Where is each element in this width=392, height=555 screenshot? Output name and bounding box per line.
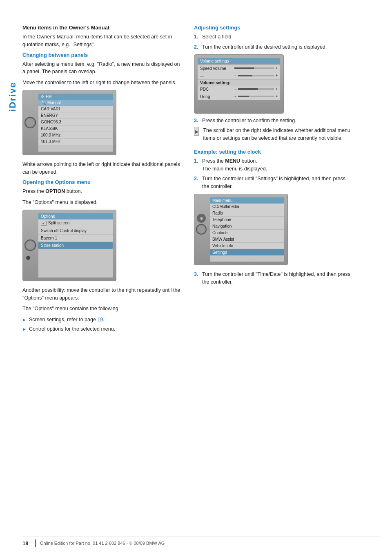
step-3: 3. Press the controller to confirm the s…: [194, 117, 353, 125]
fm-item-gong: GONG96.3: [38, 119, 113, 125]
main-menu-area: Main menu CD/Multimedia Radio Telephone …: [210, 197, 284, 262]
ex-step-2-text: Turn the controller until "Settings" is …: [202, 175, 353, 190]
ex-step-1-sub: The main menu is displayed.: [202, 166, 267, 172]
ex-step-1-text: Press the MENU button.The main menu is d…: [202, 157, 267, 173]
section-changing-panels-body2: Move the controller to the left or right…: [22, 79, 182, 87]
left-column: Menu items in the Owner's Manual In the …: [22, 25, 182, 335]
gong-row: Gong − +: [198, 93, 280, 100]
section-options-body4: The "Options" menu contains the followin…: [22, 305, 182, 313]
checkbox-icon: ✓: [41, 221, 47, 226]
fm-screen-bg: ⇓ ⊙ FM 🔍 Manual CARIVARI ENERGY: [22, 90, 116, 155]
scroll-bar-note: ▶ The scroll bar on the right side indic…: [194, 127, 353, 142]
mm-contacts: Contacts: [210, 230, 284, 236]
footer-divider: [35, 539, 36, 547]
options-title-bar: Options: [38, 213, 113, 219]
section-menu-items-body: In the Owner's Manual, menu items that c…: [22, 33, 182, 49]
gear-icon: ⚙: [197, 214, 206, 223]
fm-item-100: 100.0 MHz: [38, 132, 113, 139]
fm-item-carivari: CARIVARI: [38, 106, 113, 112]
section-changing-panels-body3: White arrows pointing to the left or rig…: [22, 161, 182, 176]
step-2-num: 2.: [194, 43, 200, 51]
fm-item-energy: ENERGY: [38, 112, 113, 119]
controller-knob[interactable]: [24, 117, 36, 128]
step-1: 1. Select a field.: [194, 33, 353, 41]
sidebar-label: iDrive: [7, 82, 18, 112]
fm-icon: ⊙: [41, 94, 44, 98]
section-options-body2: The "Options" menu is displayed.: [22, 199, 182, 206]
bullet-control-options-text: Control options for the selected menu.: [29, 325, 115, 333]
options-switch-off: Switch off Control display: [38, 227, 113, 235]
pdc-fill: [238, 88, 258, 90]
section-changing-panels-body1: After selecting a menu item, e.g. "Radio…: [22, 60, 182, 76]
options-controller-knob[interactable]: [24, 239, 36, 251]
ex-step-1: 1. Press the MENU button.The main menu i…: [194, 157, 353, 173]
menu-bold: MENU: [225, 158, 240, 164]
right-column: Adjusting settings 1. Select a field. 2.…: [194, 25, 353, 335]
ex-step-2-num: 2.: [194, 175, 200, 190]
section-options-body1: Press the OPTION button.: [22, 188, 182, 195]
scroll-bar-note-text: The scroll bar on the right side indicat…: [203, 127, 353, 142]
vol-plus: +: [276, 74, 278, 78]
section-menu-items-title: Menu items in the Owner's Manual: [22, 25, 182, 31]
options-store-station: Store station: [38, 242, 113, 249]
section-adjusting-title: Adjusting settings: [194, 25, 353, 31]
fm-item-klassik: KLASSIK: [38, 125, 113, 132]
vol-screen-container: Volume settings Speed volume + — −: [194, 54, 284, 114]
mm-settings: Settings: [210, 249, 284, 255]
mm-vehicle-info: Vehicle info: [210, 243, 284, 249]
page-link-19[interactable]: 19: [97, 317, 103, 322]
split-screen-label: Split screen: [48, 221, 69, 225]
pdc-row: PDC − +: [198, 86, 280, 93]
vol-bar-label: —: [200, 74, 233, 78]
step-1-num: 1.: [194, 33, 200, 41]
vol-bar-fill: [238, 75, 252, 76]
ex-step-1-num: 1.: [194, 157, 200, 173]
bullet-control-options: ► Control options for the selected menu.: [22, 325, 182, 333]
bullet-arrow-2: ►: [22, 326, 27, 333]
options-bayern: Bayern 1: [38, 235, 113, 242]
mm-navigation: Navigation: [210, 223, 284, 230]
mm-telephone: Telephone: [210, 217, 284, 223]
speed-vol-fill: [234, 67, 254, 69]
main-menu-knob[interactable]: [196, 224, 207, 235]
gong-fill: [238, 96, 249, 97]
ex-step-2: 2. Turn the controller until "Settings" …: [194, 175, 353, 190]
bullet-screen-settings: ► Screen settings, refer to page 19.: [22, 316, 182, 324]
option-bold: OPTION: [45, 188, 65, 194]
section-options-body3: Another possibility: move the controller…: [22, 286, 182, 302]
footer: 18 Online Edition for Part no. 01 41 2 6…: [22, 537, 380, 547]
step-2-text: Turn the controller until the desired se…: [202, 43, 327, 51]
vol-setting-header: Volume setting:: [198, 80, 280, 86]
main-columns: Menu items in the Owner's Manual In the …: [22, 25, 380, 335]
vol-bar-row: — − +: [198, 72, 280, 80]
options-screen-bg: Options ✓ Split screen Switch off Contro…: [22, 210, 116, 281]
step-1-text: Select a field.: [202, 33, 233, 41]
bullet-screen-settings-text: Screen settings, refer to page 19.: [29, 316, 105, 324]
vol-title-bar: Volume settings: [198, 58, 280, 64]
options-screen-container: Options ✓ Split screen Switch off Contro…: [22, 210, 116, 283]
ex-step-3-num: 3.: [194, 271, 200, 286]
mm-cd-multimedia: CD/Multimedia: [210, 204, 284, 210]
gong-plus: +: [276, 94, 278, 98]
section-changing-panels-title: Changing between panels: [22, 52, 182, 58]
ex-step-3: 3. Turn the controller until "Time/Date"…: [194, 271, 353, 286]
gong-minus: −: [234, 94, 236, 98]
ex-step-3-text: Turn the controller until "Time/Date" is…: [202, 271, 353, 286]
step-2: 2. Turn the controller until the desired…: [194, 43, 353, 51]
pdc-minus: −: [234, 87, 236, 91]
pdc-plus: +: [276, 87, 278, 91]
footer-text: Online Edition for Part no. 01 41 2 602 …: [40, 541, 165, 546]
main-menu-screen-container: ⚙ Main menu CD/Multimedia Radio Telephon…: [194, 194, 288, 267]
scroll-indicator-icon: ▶: [194, 127, 199, 136]
speed-volume-label: Speed volume: [200, 66, 233, 71]
pdc-label: PDC: [200, 87, 233, 92]
fm-screen-container: ⇓ ⊙ FM 🔍 Manual CARIVARI ENERGY: [22, 90, 116, 157]
fm-title-bar: ⊙ FM: [38, 94, 113, 100]
page-number: 18: [22, 540, 31, 546]
section-clock-title: Example: setting the clock: [194, 149, 353, 155]
fm-manual-label: Manual: [47, 101, 61, 105]
options-split-screen: ✓ Split screen: [38, 219, 113, 227]
gong-label: Gong: [200, 94, 233, 99]
bullet-arrow-1: ►: [22, 317, 27, 324]
section-options-title: Opening the Options menu: [22, 179, 182, 185]
